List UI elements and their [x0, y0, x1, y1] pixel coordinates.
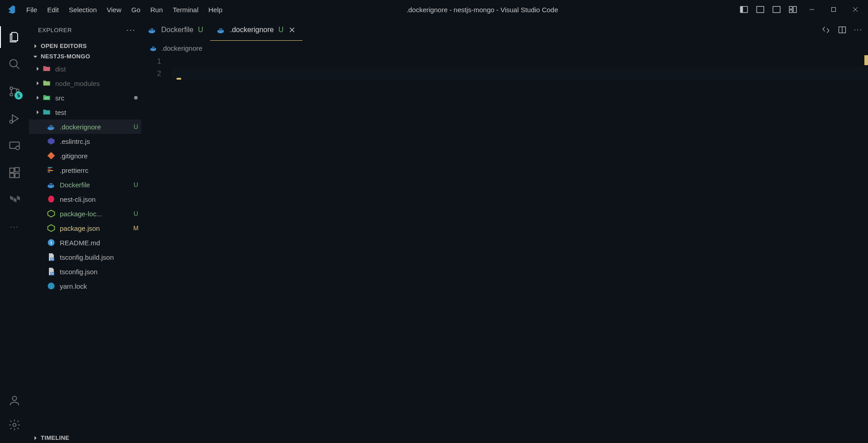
folder-item[interactable]: </>src [29, 91, 141, 105]
breadcrumb[interactable]: .dockerignore [141, 41, 868, 55]
project-section[interactable]: NESTJS-MONGO [29, 51, 141, 62]
menu-edit[interactable]: Edit [43, 3, 63, 16]
code-area[interactable] [172, 55, 868, 80]
file-item[interactable]: iREADME.md [29, 235, 141, 250]
item-label: .eslintrc.js [60, 138, 141, 145]
sidebar-explorer: EXPLORER ··· OPEN EDITORS NESTJS-MONGO d… [29, 19, 141, 443]
editor[interactable]: 1 2 [141, 55, 868, 443]
open-editors-section[interactable]: OPEN EDITORS [29, 41, 141, 51]
svg-rect-8 [789, 10, 792, 13]
activity-debug[interactable] [4, 108, 25, 129]
node-icon [46, 209, 56, 219]
svg-text:TS: TS [51, 258, 54, 261]
svg-marker-34 [48, 210, 55, 217]
item-label: .dockerignore [60, 123, 130, 131]
tab-git-status: U [198, 26, 203, 34]
customize-layout-icon[interactable] [786, 3, 799, 16]
layout-primary-sidebar-icon[interactable] [738, 3, 750, 16]
editor-more-icon[interactable]: ··· [854, 26, 863, 34]
activity-terraform[interactable] [4, 189, 25, 211]
main-area: 5 ··· EXPLORER ··· [0, 19, 868, 443]
chevron-right-icon [34, 95, 42, 101]
file-item[interactable]: package-loc...U [29, 206, 141, 221]
item-label: nest-cli.json [60, 195, 141, 203]
timeline-section[interactable]: TIMELINE [29, 433, 141, 443]
tab-label: Dockerfile [161, 26, 193, 34]
menu-run[interactable]: Run [146, 3, 168, 16]
menu-selection[interactable]: Selection [64, 3, 101, 16]
svg-rect-33 [48, 171, 50, 172]
sidebar-title: EXPLORER [38, 27, 72, 33]
activity-bar: 5 ··· [0, 19, 29, 443]
activity-remote[interactable] [4, 135, 25, 157]
code-line[interactable] [172, 55, 868, 67]
window-maximize-button[interactable] [825, 1, 843, 18]
svg-marker-18 [12, 115, 18, 122]
folder-item[interactable]: dist [29, 62, 141, 76]
file-item[interactable]: nest-cli.json [29, 192, 141, 206]
activity-scm[interactable]: 5 [4, 81, 25, 102]
file-item[interactable]: package.jsonM [29, 221, 141, 235]
prettier-icon [46, 165, 56, 175]
layout-secondary-sidebar-icon[interactable] [770, 3, 783, 16]
compare-changes-icon[interactable] [821, 25, 830, 34]
menu-view[interactable]: View [102, 3, 126, 16]
item-label: package.json [60, 224, 130, 232]
layout-panel-icon[interactable] [754, 3, 767, 16]
activity-account[interactable] [4, 390, 25, 411]
menu-go[interactable]: Go [127, 3, 145, 16]
window-close-button[interactable] [846, 1, 864, 18]
svg-point-21 [16, 146, 19, 150]
activity-search[interactable] [4, 53, 25, 75]
menu-file[interactable]: File [22, 3, 42, 16]
menu-help[interactable]: Help [204, 3, 227, 16]
file-item[interactable]: .gitignore [29, 148, 141, 163]
chevron-right-icon [34, 80, 42, 86]
window-title: .dockerignore - nestjs-mongo - Visual St… [227, 6, 738, 14]
item-label: src [55, 94, 134, 102]
svg-point-42 [48, 283, 55, 290]
svg-marker-35 [48, 225, 55, 232]
svg-rect-7 [793, 6, 796, 13]
file-item[interactable]: DockerfileU [29, 177, 141, 192]
window-minimize-button[interactable] [803, 1, 821, 18]
overview-ruler[interactable] [862, 55, 868, 443]
git-status: U [130, 181, 141, 188]
close-icon[interactable] [288, 26, 296, 34]
menu-bar: File Edit Selection View Go Run Terminal… [22, 3, 227, 16]
item-label: dist [55, 65, 141, 73]
tab-dockerfile[interactable]: Dockerfile U [141, 19, 210, 41]
chevron-down-icon [32, 53, 39, 60]
item-label: tsconfig.build.json [60, 253, 141, 261]
tabs-bar: Dockerfile U .dockerignore U [141, 19, 868, 41]
file-item[interactable]: TStsconfig.json [29, 264, 141, 279]
vscode-logo-icon [5, 4, 16, 15]
section-label: NESTJS-MONGO [41, 53, 90, 60]
docker-icon [46, 122, 56, 132]
file-item[interactable]: .prettierrc [29, 163, 141, 177]
svg-text:i: i [50, 240, 52, 245]
activity-extensions[interactable] [4, 162, 25, 184]
item-label: .prettierrc [60, 167, 141, 174]
file-item[interactable]: .dockerignoreU [29, 119, 141, 134]
file-item[interactable]: .eslintrc.js [29, 134, 141, 148]
activity-overflow[interactable]: ··· [4, 216, 25, 238]
split-editor-icon[interactable] [838, 25, 847, 34]
svg-rect-30 [48, 167, 53, 168]
git-status: U [130, 123, 141, 130]
folder-item[interactable]: node_modules [29, 76, 141, 91]
folder-item[interactable]: test [29, 105, 141, 119]
activity-settings[interactable] [4, 414, 25, 436]
activity-explorer[interactable] [4, 26, 25, 48]
tab-dockerignore[interactable]: .dockerignore U [210, 19, 303, 41]
node-icon [46, 223, 56, 233]
sidebar-header: EXPLORER ··· [29, 19, 141, 41]
svg-rect-25 [15, 167, 19, 171]
sidebar-more-button[interactable]: ··· [126, 25, 136, 35]
item-label: .gitignore [60, 152, 141, 160]
code-line[interactable] [172, 67, 868, 80]
file-item[interactable]: yarn.lock [29, 279, 141, 293]
svg-rect-10 [832, 8, 836, 12]
menu-terminal[interactable]: Terminal [168, 3, 203, 16]
file-item[interactable]: TStsconfig.build.json [29, 250, 141, 264]
